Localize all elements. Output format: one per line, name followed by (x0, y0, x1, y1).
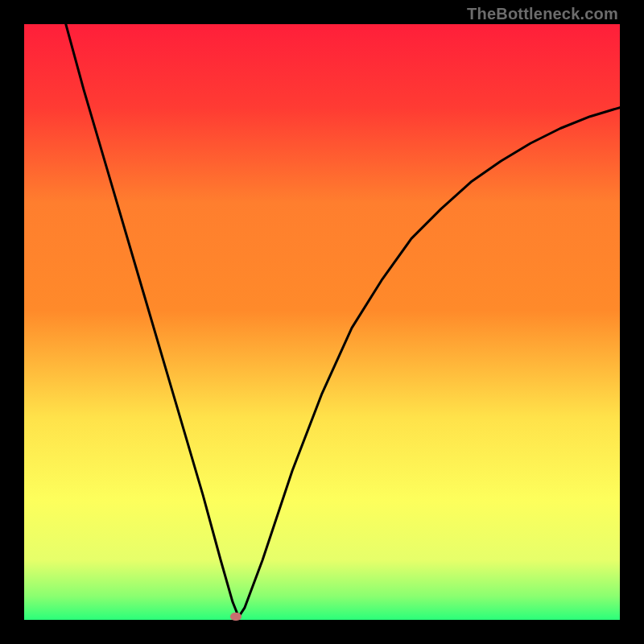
chart-frame: TheBottleneck.com (0, 0, 644, 644)
plot-area (24, 24, 620, 620)
watermark-text: TheBottleneck.com (467, 5, 618, 23)
bottleneck-curve (66, 24, 620, 617)
optimum-marker (230, 613, 242, 621)
curve-layer (24, 24, 620, 620)
